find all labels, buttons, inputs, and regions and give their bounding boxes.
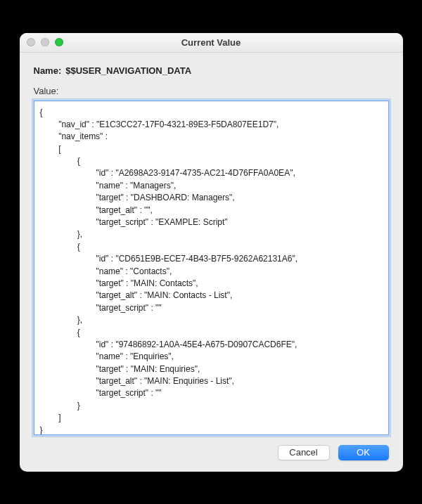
close-icon[interactable]: [27, 38, 35, 46]
dialog-window: Current Value Name: $$USER_NAVIGATION_DA…: [20, 33, 403, 472]
window-controls: [27, 38, 63, 46]
cancel-button[interactable]: Cancel: [278, 445, 330, 460]
zoom-icon[interactable]: [55, 38, 63, 46]
ok-button[interactable]: OK: [338, 445, 389, 460]
name-label: Name:: [34, 65, 62, 76]
name-value: $$USER_NAVIGATION_DATA: [65, 65, 191, 76]
value-label: Value:: [34, 86, 389, 96]
minimize-icon[interactable]: [41, 38, 49, 46]
name-row: Name: $$USER_NAVIGATION_DATA: [34, 65, 389, 76]
value-textarea[interactable]: [34, 101, 389, 435]
titlebar: Current Value: [20, 33, 403, 53]
window-title: Current Value: [20, 37, 403, 48]
dialog-content: Name: $$USER_NAVIGATION_DATA Value: Canc…: [20, 53, 403, 472]
dialog-footer: Cancel OK: [34, 445, 389, 460]
